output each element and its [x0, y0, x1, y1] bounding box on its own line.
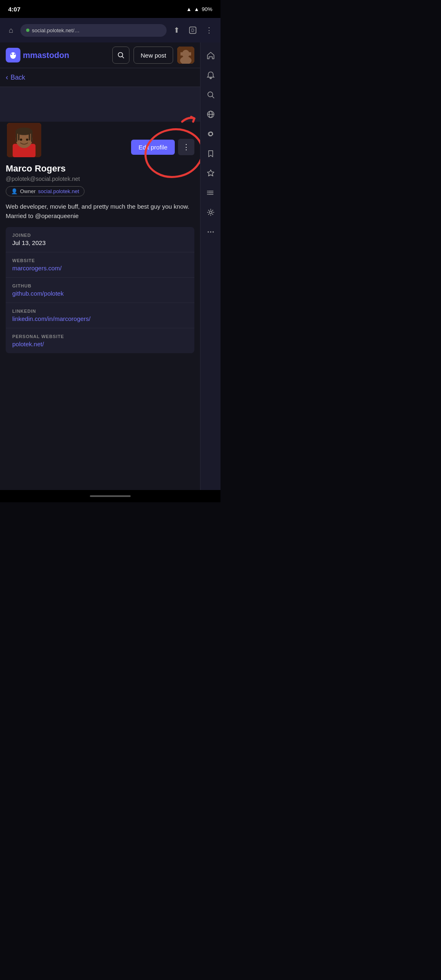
signal-icon: ▲: [194, 6, 199, 12]
url-bar[interactable]: social.polotek.net/…: [20, 24, 167, 37]
meta-value-joined: Jul 13, 2023: [12, 239, 188, 246]
status-bar: 4:07 ▲ ▲ 90%: [0, 0, 220, 18]
svg-point-36: [209, 211, 212, 214]
status-time: 4:07: [8, 6, 20, 13]
back-label: Back: [11, 74, 25, 81]
topbar-avatar[interactable]: [177, 47, 194, 64]
sidebar-globe-icon[interactable]: [202, 105, 220, 123]
wifi-icon: ▲: [186, 6, 192, 12]
svg-rect-5: [10, 55, 16, 56]
right-sidebar: [200, 42, 220, 490]
app-container: mmastodon New post: [0, 42, 220, 490]
svg-point-35: [207, 194, 208, 195]
svg-line-24: [212, 96, 214, 98]
sidebar-search-icon[interactable]: [202, 86, 220, 104]
badge-role: Owner: [20, 188, 36, 194]
meta-label-personal-website: PERSONAL WEBSITE: [12, 334, 188, 339]
meta-row-personal-website: PERSONAL WEBSITE polotek.net/: [6, 328, 194, 353]
share-button[interactable]: ⬆: [170, 24, 183, 37]
svg-point-6: [118, 53, 123, 57]
mastodon-logo-text: mmastodon: [23, 51, 69, 60]
meta-label-linkedin: LINKEDIN: [12, 309, 188, 314]
meta-label-website: WEBSITE: [12, 258, 188, 263]
profile-bio: Web developer, movie buff, and pretty mu…: [6, 202, 194, 220]
sidebar-list-icon[interactable]: [202, 184, 220, 202]
profile-avatar-row: Edit profile ⋮: [6, 122, 194, 158]
svg-line-7: [122, 57, 124, 58]
meta-value-linkedin[interactable]: linkedin.com/in/marcorogers/: [12, 315, 188, 322]
topbar-search-button[interactable]: [112, 47, 129, 64]
svg-point-39: [212, 232, 214, 233]
edit-profile-button[interactable]: Edit profile: [131, 140, 175, 155]
meta-value-personal-website[interactable]: polotek.net/: [12, 341, 188, 347]
meta-row-joined: JOINED Jul 13, 2023: [6, 227, 194, 252]
back-button[interactable]: ‹ Back: [6, 73, 25, 82]
back-chevron-icon: ‹: [6, 73, 8, 82]
sidebar-home-icon[interactable]: [202, 47, 220, 65]
mastodon-topbar: mmastodon New post: [0, 42, 200, 68]
sidebar-settings-icon[interactable]: [202, 203, 220, 221]
svg-point-38: [210, 232, 211, 233]
sidebar-bookmark-icon[interactable]: [202, 145, 220, 163]
svg-point-20: [20, 138, 22, 141]
browser-menu-button[interactable]: ⋮: [203, 24, 216, 37]
owner-icon: 👤: [11, 188, 18, 194]
sidebar-star-icon[interactable]: [202, 164, 220, 182]
mastodon-m: m: [23, 51, 30, 60]
status-icons: ▲ ▲ 90%: [186, 6, 212, 12]
secure-icon: [26, 29, 29, 32]
profile-badge: 👤 Owner social.polotek.net: [6, 186, 85, 196]
profile-name: Marco Rogers: [6, 163, 194, 174]
profile-handle: @polotek@social.polotek.net: [6, 176, 194, 182]
meta-row-github: GITHUB github.com/polotek: [6, 278, 194, 303]
svg-marker-29: [207, 170, 214, 176]
svg-point-21: [26, 138, 29, 141]
topbar-avatar-image: [177, 47, 194, 64]
url-text: social.polotek.net/…: [32, 27, 80, 33]
meta-row-linkedin: LINKEDIN linkedin.com/in/marcorogers/: [6, 303, 194, 328]
more-options-button[interactable]: ⋮: [178, 139, 194, 155]
profile-avatar: [6, 122, 42, 158]
sidebar-more-icon[interactable]: [202, 223, 220, 241]
badge-server[interactable]: social.polotek.net: [38, 188, 79, 194]
svg-rect-18: [18, 130, 20, 140]
mastodon-logo: mmastodon: [6, 48, 108, 62]
more-dots-icon: ⋮: [183, 143, 190, 151]
home-indicator: [90, 495, 131, 497]
svg-point-33: [207, 191, 208, 192]
profile-action-buttons: Edit profile ⋮: [131, 139, 194, 155]
svg-rect-17: [31, 131, 33, 142]
svg-rect-11: [180, 52, 191, 56]
svg-rect-19: [29, 130, 30, 140]
meta-row-website: WEBSITE marcorogers.com/: [6, 252, 194, 278]
profile-info-area: Edit profile ⋮ Marco Rogers @polotek@soc…: [0, 122, 200, 359]
bottom-bar: [0, 490, 220, 502]
new-post-button[interactable]: New post: [134, 47, 173, 64]
browser-home-button[interactable]: ⌂: [5, 24, 17, 36]
svg-point-37: [207, 232, 209, 233]
meta-label-joined: JOINED: [12, 233, 188, 238]
back-bar: ‹ Back: [0, 68, 200, 87]
profile-avatar-image: [7, 123, 41, 157]
sidebar-bell-icon[interactable]: [202, 66, 220, 84]
sidebar-at-icon[interactable]: [202, 125, 220, 143]
browser-chrome: ⌂ social.polotek.net/… ⬆ D ⋮: [0, 18, 220, 42]
svg-point-34: [207, 192, 208, 193]
battery-text: 90%: [202, 6, 212, 12]
main-content: mmastodon New post: [0, 42, 200, 490]
svg-text:D: D: [191, 28, 194, 33]
meta-value-github[interactable]: github.com/polotek: [12, 290, 188, 297]
profile-meta: JOINED Jul 13, 2023 WEBSITE marcorogers.…: [6, 227, 194, 353]
mastodon-logo-icon: [6, 48, 20, 62]
tab-button[interactable]: D: [186, 24, 199, 37]
meta-label-github: GITHUB: [12, 283, 188, 288]
meta-value-website[interactable]: marcorogers.com/: [12, 265, 188, 272]
svg-rect-16: [16, 131, 17, 142]
